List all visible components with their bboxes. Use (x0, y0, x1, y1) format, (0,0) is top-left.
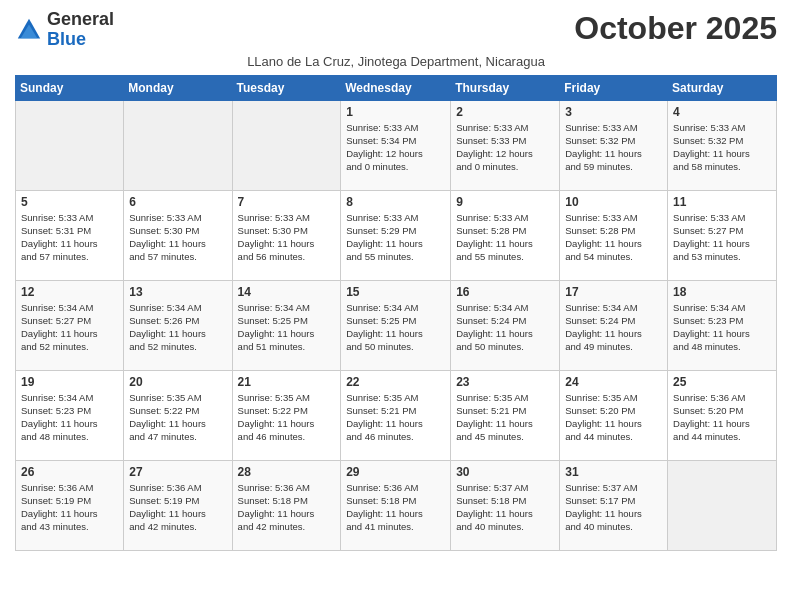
day-number: 31 (565, 465, 662, 479)
calendar-cell: 16Sunrise: 5:34 AMSunset: 5:24 PMDayligh… (451, 280, 560, 370)
calendar-cell: 8Sunrise: 5:33 AMSunset: 5:29 PMDaylight… (341, 190, 451, 280)
calendar-cell: 28Sunrise: 5:36 AMSunset: 5:18 PMDayligh… (232, 460, 341, 550)
day-info: Sunrise: 5:34 AMSunset: 5:25 PMDaylight:… (238, 301, 336, 354)
day-number: 20 (129, 375, 226, 389)
logo: General Blue (15, 10, 114, 50)
day-info: Sunrise: 5:35 AMSunset: 5:20 PMDaylight:… (565, 391, 662, 444)
calendar-week-2: 5Sunrise: 5:33 AMSunset: 5:31 PMDaylight… (16, 190, 777, 280)
calendar-cell: 30Sunrise: 5:37 AMSunset: 5:18 PMDayligh… (451, 460, 560, 550)
day-info: Sunrise: 5:35 AMSunset: 5:21 PMDaylight:… (346, 391, 445, 444)
month-title: October 2025 (574, 10, 777, 47)
day-number: 16 (456, 285, 554, 299)
day-number: 18 (673, 285, 771, 299)
day-info: Sunrise: 5:36 AMSunset: 5:18 PMDaylight:… (238, 481, 336, 534)
calendar-cell (16, 100, 124, 190)
calendar-week-4: 19Sunrise: 5:34 AMSunset: 5:23 PMDayligh… (16, 370, 777, 460)
calendar-cell: 5Sunrise: 5:33 AMSunset: 5:31 PMDaylight… (16, 190, 124, 280)
day-info: Sunrise: 5:33 AMSunset: 5:30 PMDaylight:… (129, 211, 226, 264)
calendar-cell: 23Sunrise: 5:35 AMSunset: 5:21 PMDayligh… (451, 370, 560, 460)
calendar-cell: 9Sunrise: 5:33 AMSunset: 5:28 PMDaylight… (451, 190, 560, 280)
day-number: 11 (673, 195, 771, 209)
logo-general: General (47, 9, 114, 29)
header: General Blue October 2025 (15, 10, 777, 50)
day-number: 3 (565, 105, 662, 119)
logo-icon (15, 16, 43, 44)
day-number: 1 (346, 105, 445, 119)
location-subtitle: LLano de La Cruz, Jinotega Department, N… (15, 54, 777, 69)
day-number: 12 (21, 285, 118, 299)
day-number: 6 (129, 195, 226, 209)
calendar-cell: 6Sunrise: 5:33 AMSunset: 5:30 PMDaylight… (124, 190, 232, 280)
day-info: Sunrise: 5:33 AMSunset: 5:28 PMDaylight:… (456, 211, 554, 264)
day-info: Sunrise: 5:35 AMSunset: 5:21 PMDaylight:… (456, 391, 554, 444)
calendar-cell (232, 100, 341, 190)
day-info: Sunrise: 5:33 AMSunset: 5:27 PMDaylight:… (673, 211, 771, 264)
day-number: 17 (565, 285, 662, 299)
day-info: Sunrise: 5:34 AMSunset: 5:24 PMDaylight:… (456, 301, 554, 354)
day-header-saturday: Saturday (668, 75, 777, 100)
day-info: Sunrise: 5:34 AMSunset: 5:23 PMDaylight:… (21, 391, 118, 444)
calendar-cell: 26Sunrise: 5:36 AMSunset: 5:19 PMDayligh… (16, 460, 124, 550)
day-number: 9 (456, 195, 554, 209)
day-number: 21 (238, 375, 336, 389)
day-info: Sunrise: 5:33 AMSunset: 5:33 PMDaylight:… (456, 121, 554, 174)
day-info: Sunrise: 5:35 AMSunset: 5:22 PMDaylight:… (238, 391, 336, 444)
day-info: Sunrise: 5:34 AMSunset: 5:27 PMDaylight:… (21, 301, 118, 354)
calendar-week-3: 12Sunrise: 5:34 AMSunset: 5:27 PMDayligh… (16, 280, 777, 370)
calendar-table: SundayMondayTuesdayWednesdayThursdayFrid… (15, 75, 777, 551)
calendar-cell: 25Sunrise: 5:36 AMSunset: 5:20 PMDayligh… (668, 370, 777, 460)
calendar-cell: 29Sunrise: 5:36 AMSunset: 5:18 PMDayligh… (341, 460, 451, 550)
page: General Blue October 2025 LLano de La Cr… (0, 0, 792, 566)
day-info: Sunrise: 5:36 AMSunset: 5:18 PMDaylight:… (346, 481, 445, 534)
calendar-cell: 12Sunrise: 5:34 AMSunset: 5:27 PMDayligh… (16, 280, 124, 370)
calendar-cell: 17Sunrise: 5:34 AMSunset: 5:24 PMDayligh… (560, 280, 668, 370)
day-info: Sunrise: 5:34 AMSunset: 5:23 PMDaylight:… (673, 301, 771, 354)
day-info: Sunrise: 5:34 AMSunset: 5:24 PMDaylight:… (565, 301, 662, 354)
day-number: 30 (456, 465, 554, 479)
calendar-cell: 3Sunrise: 5:33 AMSunset: 5:32 PMDaylight… (560, 100, 668, 190)
logo-blue: Blue (47, 29, 86, 49)
day-number: 5 (21, 195, 118, 209)
day-number: 13 (129, 285, 226, 299)
day-header-sunday: Sunday (16, 75, 124, 100)
title-block: October 2025 (574, 10, 777, 47)
day-header-tuesday: Tuesday (232, 75, 341, 100)
day-number: 29 (346, 465, 445, 479)
day-number: 27 (129, 465, 226, 479)
day-info: Sunrise: 5:36 AMSunset: 5:19 PMDaylight:… (21, 481, 118, 534)
calendar-cell: 18Sunrise: 5:34 AMSunset: 5:23 PMDayligh… (668, 280, 777, 370)
calendar-cell: 21Sunrise: 5:35 AMSunset: 5:22 PMDayligh… (232, 370, 341, 460)
day-info: Sunrise: 5:37 AMSunset: 5:17 PMDaylight:… (565, 481, 662, 534)
day-number: 14 (238, 285, 336, 299)
calendar-cell: 19Sunrise: 5:34 AMSunset: 5:23 PMDayligh… (16, 370, 124, 460)
day-info: Sunrise: 5:33 AMSunset: 5:32 PMDaylight:… (565, 121, 662, 174)
day-number: 26 (21, 465, 118, 479)
calendar-cell: 20Sunrise: 5:35 AMSunset: 5:22 PMDayligh… (124, 370, 232, 460)
day-info: Sunrise: 5:37 AMSunset: 5:18 PMDaylight:… (456, 481, 554, 534)
calendar-cell (124, 100, 232, 190)
calendar-cell: 31Sunrise: 5:37 AMSunset: 5:17 PMDayligh… (560, 460, 668, 550)
day-header-monday: Monday (124, 75, 232, 100)
day-number: 10 (565, 195, 662, 209)
calendar-cell: 11Sunrise: 5:33 AMSunset: 5:27 PMDayligh… (668, 190, 777, 280)
logo-text: General Blue (47, 10, 114, 50)
calendar-cell: 14Sunrise: 5:34 AMSunset: 5:25 PMDayligh… (232, 280, 341, 370)
day-number: 2 (456, 105, 554, 119)
day-header-wednesday: Wednesday (341, 75, 451, 100)
calendar-cell: 27Sunrise: 5:36 AMSunset: 5:19 PMDayligh… (124, 460, 232, 550)
calendar-header-row: SundayMondayTuesdayWednesdayThursdayFrid… (16, 75, 777, 100)
day-number: 24 (565, 375, 662, 389)
calendar-week-5: 26Sunrise: 5:36 AMSunset: 5:19 PMDayligh… (16, 460, 777, 550)
day-info: Sunrise: 5:36 AMSunset: 5:19 PMDaylight:… (129, 481, 226, 534)
day-number: 19 (21, 375, 118, 389)
day-info: Sunrise: 5:36 AMSunset: 5:20 PMDaylight:… (673, 391, 771, 444)
day-number: 4 (673, 105, 771, 119)
day-info: Sunrise: 5:33 AMSunset: 5:34 PMDaylight:… (346, 121, 445, 174)
day-info: Sunrise: 5:33 AMSunset: 5:30 PMDaylight:… (238, 211, 336, 264)
day-info: Sunrise: 5:33 AMSunset: 5:31 PMDaylight:… (21, 211, 118, 264)
calendar-cell: 24Sunrise: 5:35 AMSunset: 5:20 PMDayligh… (560, 370, 668, 460)
calendar-cell: 2Sunrise: 5:33 AMSunset: 5:33 PMDaylight… (451, 100, 560, 190)
calendar-cell: 7Sunrise: 5:33 AMSunset: 5:30 PMDaylight… (232, 190, 341, 280)
day-number: 15 (346, 285, 445, 299)
day-info: Sunrise: 5:34 AMSunset: 5:25 PMDaylight:… (346, 301, 445, 354)
